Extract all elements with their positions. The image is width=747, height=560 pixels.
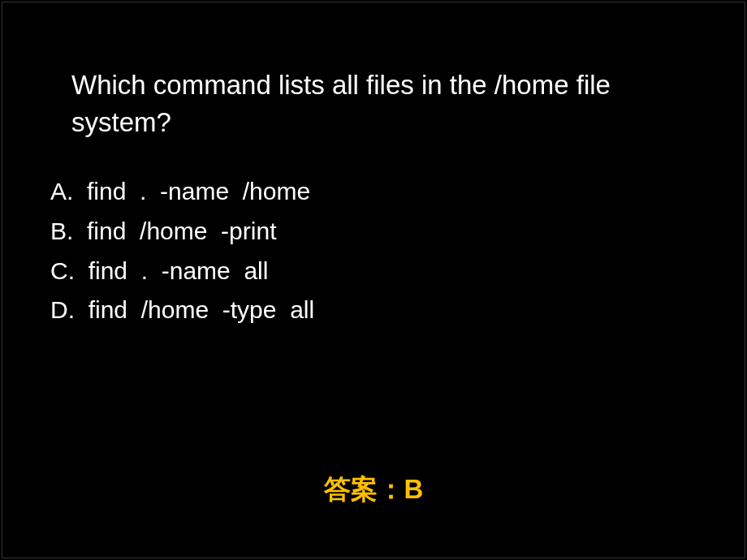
answer-text: 答案：B xyxy=(0,472,747,508)
